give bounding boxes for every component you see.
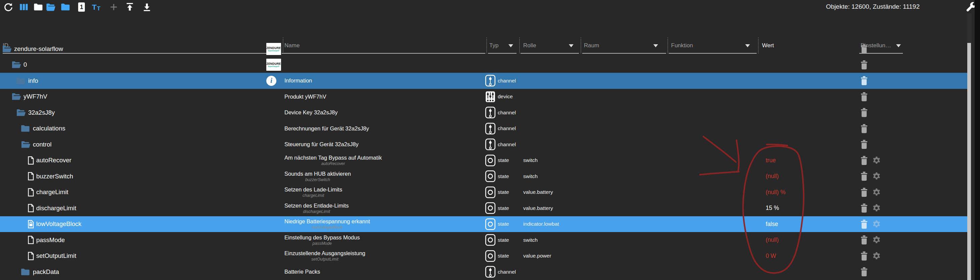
info-icon: i [266, 73, 276, 89]
document-icon[interactable] [27, 153, 34, 169]
object-id-label: info [28, 73, 38, 89]
refresh-icon[interactable] [3, 2, 14, 13]
table-row-calculations[interactable]: calculationsBerechnungen für Gerät 32a2s… [0, 121, 967, 137]
object-name-id: dischargeLimit [303, 209, 330, 214]
delete-object-button[interactable] [860, 89, 868, 105]
expand-level-icon[interactable] [60, 2, 71, 13]
table-row-setOutputLimit[interactable]: setOutputLimitEinzustellende Ausgangslei… [0, 248, 967, 264]
table-row-control[interactable]: controlSteuerung für Gerät 32a2sJ8ychann… [0, 137, 967, 153]
state-type-icon [485, 232, 496, 248]
table-row-zendure-solarflow[interactable]: zendure-solarflowZENDURESuperCharged® [0, 41, 967, 57]
folder-open-icon[interactable] [11, 57, 21, 73]
object-name-id: setOutputLimit [311, 257, 339, 262]
object-name-text: Einstellung des Bypass Modus [285, 234, 360, 241]
table-row-lowVoltageBlock[interactable]: lowVoltageBlockNiedrige Batteriespannung… [0, 216, 967, 232]
object-name-text: Batterie Packs [285, 269, 320, 275]
add-object-icon[interactable] [108, 2, 119, 13]
list-numbered-icon[interactable]: 1 [76, 2, 87, 13]
upload-objects-icon[interactable] [124, 2, 135, 13]
state-value[interactable]: (null) [766, 168, 779, 185]
delete-object-button[interactable] [860, 232, 868, 248]
delete-object-button[interactable] [860, 105, 868, 121]
state-type-icon [485, 168, 496, 185]
settings-gear-button[interactable] [872, 200, 881, 216]
object-id-label: passMode [36, 232, 65, 248]
object-name-text: Berechnungen für Gerät 32a2sJ8y [285, 126, 369, 132]
object-role-label: value.battery [523, 185, 553, 200]
settings-gear-button[interactable] [872, 216, 881, 232]
document-lock-icon[interactable] [27, 216, 34, 232]
delete-object-button[interactable] [860, 57, 868, 73]
delete-object-button[interactable] [860, 73, 868, 89]
table-row-buzzerSwitch[interactable]: buzzerSwitchSounds am HUB aktivierenbuzz… [0, 168, 967, 185]
object-id-label: 32a2sJ8y [28, 105, 55, 121]
delete-object-button[interactable] [860, 41, 868, 57]
delete-object-button[interactable] [860, 153, 868, 169]
settings-gear-button[interactable] [872, 168, 881, 185]
settings-gear-button[interactable] [872, 185, 881, 200]
table-row-32a2sJ8y[interactable]: 32a2sJ8yDevice Key 32a2sJ8ychannel [0, 105, 967, 121]
object-name: Device Key 32a2sJ8y [285, 105, 338, 121]
folder-open-icon[interactable] [21, 137, 31, 153]
table-row-yWF7hV[interactable]: yWF7hVProdukt yWF7hVdevice [0, 89, 967, 105]
object-name-text: Sounds am HUB aktivieren [285, 171, 351, 177]
state-value[interactable]: false [766, 216, 778, 232]
object-name-text: Am nächsten Tag Bypass auf Automatik [285, 154, 382, 161]
expand-all-icon[interactable] [45, 2, 56, 13]
table-row-0[interactable]: 0ZENDURESuperCharged® [0, 57, 967, 73]
settings-gear-button[interactable] [872, 248, 881, 264]
text-size-icon[interactable]: TT [91, 2, 103, 13]
table-row-info[interactable]: infoiInformationchannel [0, 73, 967, 89]
object-type-label: channel [498, 105, 516, 121]
table-row-passMode[interactable]: passModeEinstellung des Bypass Moduspass… [0, 232, 967, 248]
settings-gear-button[interactable] [872, 153, 881, 169]
folder-icon[interactable] [16, 73, 25, 89]
state-value[interactable]: true [766, 153, 776, 169]
state-value[interactable]: 15 % [766, 200, 779, 216]
collapse-all-icon[interactable] [33, 2, 44, 13]
table-row-packData[interactable]: packDataBatterie Packschannel [0, 264, 967, 280]
document-icon[interactable] [27, 248, 34, 264]
object-id-label: setOutputLimit [36, 248, 76, 264]
object-type-label: channel [498, 121, 516, 137]
delete-object-button[interactable] [860, 185, 868, 200]
state-value[interactable]: (null) [766, 232, 779, 248]
table-row-dischargeLimit[interactable]: dischargeLimitSetzen des Entlade-Limitsd… [0, 200, 967, 216]
delete-object-button[interactable] [860, 121, 868, 137]
object-name-id: autoRecover [321, 161, 345, 166]
state-value[interactable]: (null) % [766, 185, 786, 200]
folder-open-icon[interactable] [11, 89, 21, 105]
table-row-chargeLimit[interactable]: chargeLimitSetzen des Lade-LimitschargeL… [0, 185, 967, 200]
object-type-label: state [498, 200, 509, 216]
view-columns-icon[interactable] [18, 2, 30, 13]
scrollbar-thumb[interactable] [967, 43, 971, 280]
download-objects-icon[interactable] [141, 2, 153, 13]
delete-object-button[interactable] [860, 264, 868, 280]
document-icon[interactable] [27, 232, 34, 248]
folder-icon[interactable] [21, 121, 30, 137]
folder-icon[interactable] [21, 264, 30, 280]
object-type-label: state [498, 168, 509, 185]
object-name-text: Produkt yWF7hV [285, 94, 326, 100]
settings-gear-button[interactable] [872, 232, 881, 248]
delete-object-button[interactable] [860, 137, 868, 153]
object-type-label: state [498, 216, 509, 232]
delete-object-button[interactable] [860, 216, 868, 232]
document-icon[interactable] [27, 185, 34, 200]
delete-object-button[interactable] [860, 168, 868, 185]
svg-text:T: T [97, 5, 100, 12]
object-name-text: Setzen des Entlade-Limits [285, 202, 349, 209]
document-icon[interactable] [27, 168, 34, 185]
object-id-label: calculations [33, 121, 65, 137]
object-role-label: value.battery [523, 200, 553, 216]
folder-open-icon[interactable] [16, 105, 26, 121]
channel-type-icon [485, 264, 496, 280]
object-name: Setzen des Entlade-LimitsdischargeLimit [285, 200, 349, 216]
table-row-autoRecover[interactable]: autoRecoverAm nächsten Tag Bypass auf Au… [0, 153, 967, 169]
document-icon[interactable] [27, 200, 34, 216]
object-type-label: state [498, 185, 509, 200]
state-value[interactable]: 0 W [766, 248, 776, 264]
folder-open-icon[interactable] [2, 41, 12, 57]
delete-object-button[interactable] [860, 248, 868, 264]
delete-object-button[interactable] [860, 200, 868, 216]
